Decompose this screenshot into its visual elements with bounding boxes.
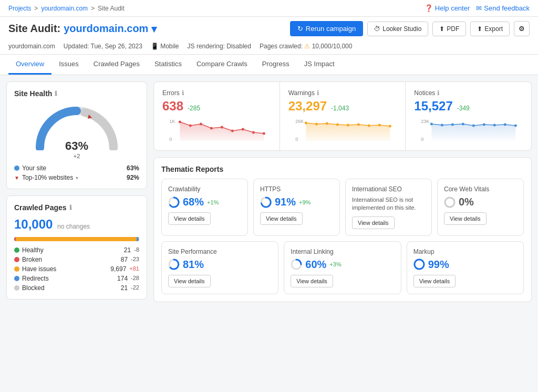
svg-point-8 xyxy=(221,126,223,129)
crawled-count-row: 10,000 no changes xyxy=(14,217,139,232)
looker-studio-button[interactable]: ⏱ Looker Studio xyxy=(367,22,428,36)
legend-redirects: Redirects 174 -28 xyxy=(14,275,139,282)
notices-diff: -349 xyxy=(457,105,470,112)
svg-text:1K: 1K xyxy=(169,119,175,124)
svg-point-12 xyxy=(263,132,265,135)
svg-text:0: 0 xyxy=(295,137,298,141)
breadcrumb-projects[interactable]: Projects xyxy=(8,5,31,12)
tab-js-impact[interactable]: JS Impact xyxy=(297,55,342,75)
top-bar: Projects > yourdomain.com > Site Audit ❓… xyxy=(0,0,538,17)
thematic-row1: Crawlability 68% +1% View details HTTPS xyxy=(161,179,524,236)
crawled-pages-card: Crawled Pages ℹ 10,000 no changes Health… xyxy=(6,195,147,300)
site-health-legend: Your site 63% ▼ Top-10% websites ▾ 92% xyxy=(14,164,139,181)
rerun-button[interactable]: ↻ Rerun campaign xyxy=(290,21,363,36)
gauge-percent: 63% xyxy=(65,139,88,153)
legend-your-site: Your site 63% xyxy=(14,164,139,172)
redirects-dot xyxy=(14,276,19,281)
warnings-value: 23,297 xyxy=(288,99,327,114)
svg-point-20 xyxy=(347,124,349,127)
info-icon[interactable]: ℹ xyxy=(55,90,57,97)
export-button[interactable]: ⬆ Export xyxy=(470,22,510,36)
svg-point-30 xyxy=(451,123,454,126)
tab-compare-crawls[interactable]: Compare Crawls xyxy=(189,55,255,75)
notices-block: Notices ℹ 15,527 -349 23K 0 xyxy=(406,82,531,150)
tab-progress[interactable]: Progress xyxy=(255,55,297,75)
crawled-info-icon[interactable]: ℹ xyxy=(69,204,72,211)
svg-point-29 xyxy=(441,124,443,127)
left-panel: Site Health ℹ 63% +2 xyxy=(6,81,147,302)
svg-point-36 xyxy=(514,125,517,127)
blocked-dot xyxy=(14,285,19,291)
issues-dot xyxy=(14,266,19,272)
meta-domain: yourdomain.com xyxy=(8,43,55,50)
report-international-seo: International SEO International SEO is n… xyxy=(345,179,432,236)
pdf-icon: ⬆ xyxy=(439,25,444,33)
notices-info-icon[interactable]: ℹ xyxy=(437,89,440,97)
svg-point-11 xyxy=(252,131,255,134)
report-core-web-vitals: Core Web Vitals 0% View details xyxy=(437,179,524,236)
send-feedback-link[interactable]: ✉ Send feedback xyxy=(476,4,530,12)
notices-value: 15,527 xyxy=(414,99,452,114)
top10-chevron[interactable]: ▾ xyxy=(76,175,78,181)
notices-chart: 23K 0 xyxy=(414,118,523,141)
svg-point-21 xyxy=(357,123,360,126)
perf-icon xyxy=(168,259,180,270)
report-markup: Markup 99% View details xyxy=(407,241,524,294)
svg-point-18 xyxy=(326,122,328,125)
feedback-icon: ✉ xyxy=(476,4,482,12)
crawl-bar xyxy=(14,237,139,241)
help-center-link[interactable]: ❓ Help center xyxy=(425,4,470,12)
meta-updated: Updated: Tue, Sep 26, 2023 xyxy=(64,43,142,50)
dropdown-icon[interactable]: ▾ xyxy=(151,23,157,35)
cwv-view-btn[interactable]: View details xyxy=(444,212,487,225)
breadcrumb-domain[interactable]: yourdomain.com xyxy=(41,5,88,12)
intl-seo-view-btn[interactable]: View details xyxy=(352,216,395,229)
legend-healthy: Healthy 21 -8 xyxy=(14,246,139,254)
rerun-icon: ↻ xyxy=(297,25,303,33)
svg-point-17 xyxy=(315,123,318,126)
https-view-btn[interactable]: View details xyxy=(260,212,303,225)
breadcrumb: Projects > yourdomain.com > Site Audit xyxy=(8,5,125,12)
gauge-container: 63% xyxy=(14,103,139,150)
warnings-block: Warnings ℹ 23,297 -1,043 26K 0 xyxy=(280,82,406,150)
thematic-reports-card: Thematic Reports Crawlability 68% +1% V xyxy=(153,157,532,302)
report-https: HTTPS 91% +9% View details xyxy=(253,179,340,236)
crawlability-icon xyxy=(168,197,180,208)
tab-overview[interactable]: Overview xyxy=(8,55,51,75)
linking-view-btn[interactable]: View details xyxy=(291,275,333,287)
healthy-dot xyxy=(14,247,19,253)
page-title: Site Audit: yourdomain.com ▾ xyxy=(8,23,157,35)
settings-button[interactable]: ⚙ xyxy=(514,21,530,36)
svg-point-10 xyxy=(242,128,244,131)
report-site-performance: Site Performance 81% View details xyxy=(161,241,278,294)
errors-chart: 1K 0 xyxy=(162,118,271,141)
perf-view-btn[interactable]: View details xyxy=(168,275,211,287)
breadcrumb-sep2: > xyxy=(91,5,95,12)
linking-icon xyxy=(291,259,302,270)
errors-info-icon[interactable]: ℹ xyxy=(182,89,184,97)
svg-point-35 xyxy=(504,123,506,126)
legend-have-issues: Have issues 9,697 +81 xyxy=(14,265,139,273)
svg-text:26K: 26K xyxy=(295,119,304,124)
domain-label[interactable]: yourdomain.com xyxy=(64,23,148,35)
warnings-info-icon[interactable]: ℹ xyxy=(317,89,319,97)
tab-statistics[interactable]: Statistics xyxy=(147,55,189,75)
pdf-button[interactable]: ⬆ PDF xyxy=(432,22,466,36)
nav-tabs: Overview Issues Crawled Pages Statistics… xyxy=(0,55,538,75)
legend-blocked: Blocked 21 -22 xyxy=(14,284,139,292)
crawlability-view-btn[interactable]: View details xyxy=(168,212,211,225)
svg-point-39 xyxy=(445,198,454,207)
stats-row: Errors ℹ 638 -285 1K 0 xyxy=(153,81,532,151)
errors-value: 638 xyxy=(162,99,183,114)
tab-crawled-pages[interactable]: Crawled Pages xyxy=(86,55,147,75)
svg-point-33 xyxy=(483,123,485,126)
warning-icon: ⚠ xyxy=(304,43,310,50)
markup-view-btn[interactable]: View details xyxy=(413,275,456,287)
svg-point-19 xyxy=(336,123,339,126)
bar-issues xyxy=(16,237,137,241)
svg-text:0: 0 xyxy=(421,137,424,141)
errors-diff: -285 xyxy=(188,105,200,112)
legend-top10: ▼ Top-10% websites ▾ 92% xyxy=(14,174,139,181)
svg-text:23K: 23K xyxy=(421,119,430,124)
tab-issues[interactable]: Issues xyxy=(51,55,86,75)
